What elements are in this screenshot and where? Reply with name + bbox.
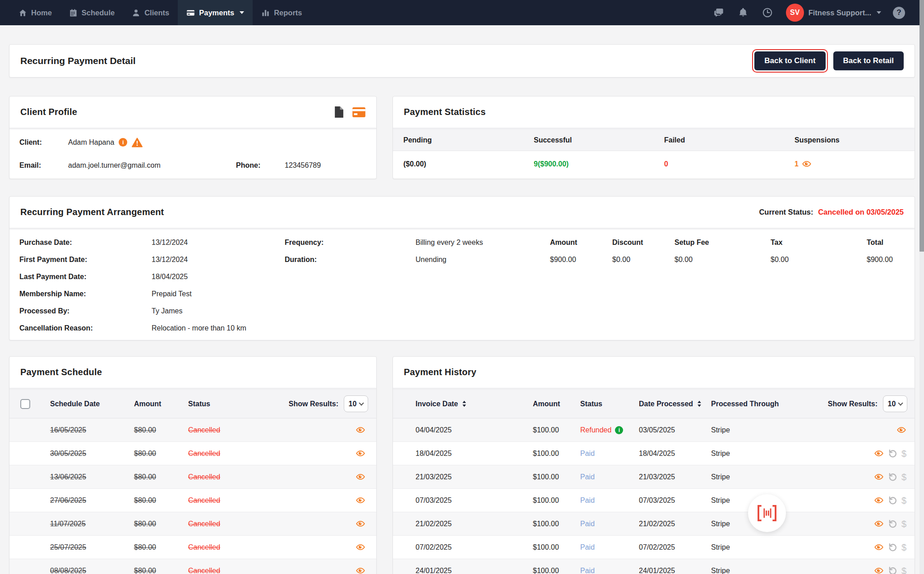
credit-card-icon[interactable]	[352, 107, 365, 117]
charge-dollar-icon[interactable]: $	[901, 473, 906, 482]
schedule-date: 27/06/2025	[50, 496, 134, 505]
warning-icon[interactable]	[132, 138, 143, 147]
nav-item-payments[interactable]: Payments	[178, 0, 253, 25]
nav-item-home[interactable]: Home	[10, 0, 60, 25]
stat-value: 0	[654, 160, 784, 168]
row-actions: $	[857, 472, 915, 482]
row-actions: $	[857, 496, 915, 505]
document-icon[interactable]	[334, 106, 343, 118]
schedule-date: 30/05/2025	[50, 450, 134, 458]
charge-dollar-icon[interactable]: $	[901, 519, 906, 528]
amount-value: $0.00	[771, 251, 867, 268]
info-icon[interactable]: i	[119, 138, 127, 147]
col-invoice-date[interactable]: Invoice Date	[416, 400, 533, 408]
scrollbar-thumb[interactable]	[919, 0, 924, 252]
suspensions-eye-icon[interactable]	[802, 159, 812, 169]
history-table-body: 04/04/2025 $100.00 Refunded i 03/05/2025…	[393, 418, 915, 574]
view-eye-icon[interactable]	[356, 496, 376, 505]
amount-values: $900.00$0.00$0.00$0.00$900.00	[550, 251, 893, 268]
nav-item-reports[interactable]: Reports	[253, 0, 310, 25]
refund-undo-icon[interactable]	[888, 472, 897, 482]
stats-column-headers: Pending Successful Failed Suspensions	[393, 129, 915, 151]
history-status-cell: Paid	[580, 567, 639, 574]
processed-through: Stripe	[711, 473, 857, 481]
client-name[interactable]: Adam Hapana	[68, 138, 114, 147]
help-icon[interactable]: ?	[893, 7, 905, 19]
invoice-date: 21/03/2025	[416, 473, 533, 481]
processed-through: Stripe	[711, 426, 857, 434]
date-processed: 21/02/2025	[639, 520, 711, 528]
processed-through: Stripe	[711, 496, 857, 505]
row-actions	[857, 425, 915, 435]
back-to-retail-button[interactable]: Back to Retail	[833, 51, 904, 70]
page-title: Recurring Payment Detail	[20, 55, 136, 66]
view-eye-icon[interactable]	[874, 496, 884, 505]
view-eye-icon[interactable]	[874, 449, 884, 459]
history-status-cell: Refunded i	[580, 426, 639, 434]
back-to-client-button[interactable]: Back to Client	[754, 51, 825, 70]
header-actions: Back to Client Back to Retail	[752, 49, 904, 73]
history-clock-icon[interactable]	[755, 7, 780, 18]
date-processed: 07/03/2025	[639, 496, 711, 505]
show-results-label: Show Results:	[289, 400, 338, 408]
navbar-right: SV Fitness Support... ?	[707, 0, 905, 25]
avatar[interactable]: SV	[786, 4, 804, 22]
select-all-checkbox[interactable]	[20, 399, 30, 409]
payment-schedule-card: Payment Schedule Schedule Date Amount St…	[9, 356, 377, 574]
history-amount: $100.00	[533, 567, 580, 574]
barcode-scan-fab[interactable]	[748, 494, 786, 532]
refund-undo-icon[interactable]	[888, 566, 897, 574]
view-eye-icon[interactable]	[874, 566, 884, 574]
sort-icon[interactable]	[697, 400, 702, 408]
refund-undo-icon[interactable]	[888, 542, 897, 552]
chevron-down-icon	[898, 400, 903, 405]
view-eye-icon[interactable]	[356, 519, 376, 529]
sort-icon[interactable]	[462, 400, 467, 408]
table-row: 13/06/2025 $80.00 Cancelled	[9, 465, 376, 489]
view-eye-icon[interactable]	[874, 472, 884, 482]
stat-column-label: Failed	[654, 136, 784, 144]
view-eye-icon[interactable]	[356, 425, 376, 435]
card-title: Payment History	[404, 367, 476, 377]
row-actions: $	[857, 449, 915, 459]
chat-icon[interactable]	[707, 7, 731, 18]
schedule-status: Cancelled	[188, 426, 356, 434]
page-size-select[interactable]: 10	[883, 395, 907, 412]
show-results: Show Results: 10	[828, 395, 907, 412]
table-row: 04/04/2025 $100.00 Refunded i 03/05/2025…	[393, 418, 915, 442]
card-title: Recurring Payment Arrangement	[20, 207, 164, 217]
charge-dollar-icon[interactable]: $	[901, 543, 906, 552]
main-nav: Home Schedule Clients Payments Reports	[10, 0, 311, 25]
nav-item-schedule[interactable]: Schedule	[60, 0, 123, 25]
view-eye-icon[interactable]	[356, 542, 376, 552]
view-eye-icon[interactable]	[874, 542, 884, 552]
refund-undo-icon[interactable]	[888, 519, 897, 528]
page-size-select[interactable]: 10	[344, 395, 368, 412]
view-eye-icon[interactable]	[356, 472, 376, 482]
schedule-status: Cancelled	[188, 473, 356, 481]
charge-dollar-icon[interactable]: $	[901, 449, 906, 458]
amount-column-label: Discount	[612, 234, 675, 251]
arrangement-body: Purchase Date: 13/12/2024 First Payment …	[9, 230, 915, 339]
email-label: Email:	[19, 161, 68, 170]
account-menu[interactable]: Fitness Support...	[808, 9, 881, 17]
view-eye-icon[interactable]	[874, 519, 884, 529]
notifications-bell-icon[interactable]	[731, 7, 755, 18]
table-row: 07/02/2025 $100.00 Paid 07/02/2025 Strip…	[393, 536, 915, 559]
charge-dollar-icon[interactable]: $	[901, 496, 906, 505]
field-row: Cancellation Reason: Relocation - more t…	[19, 320, 246, 337]
col-date-processed[interactable]: Date Processed	[639, 400, 711, 408]
client-profile-card: Client Profile Client: Adam Hapana i Ema…	[9, 96, 377, 179]
nav-item-clients[interactable]: Clients	[123, 0, 178, 25]
refund-info-icon[interactable]: i	[615, 426, 623, 434]
field-row: First Payment Date: 13/12/2024	[19, 251, 246, 268]
history-status-cell: Paid	[580, 496, 639, 505]
view-eye-icon[interactable]	[896, 425, 906, 435]
refund-undo-icon[interactable]	[888, 449, 897, 458]
email-value: adam.joel.turner@gmail.com	[68, 161, 236, 170]
charge-dollar-icon[interactable]: $	[901, 566, 906, 574]
payment-statistics-card: Payment Statistics Pending Successful Fa…	[393, 96, 915, 179]
view-eye-icon[interactable]	[356, 449, 376, 459]
view-eye-icon[interactable]	[356, 566, 376, 574]
refund-undo-icon[interactable]	[888, 496, 897, 505]
